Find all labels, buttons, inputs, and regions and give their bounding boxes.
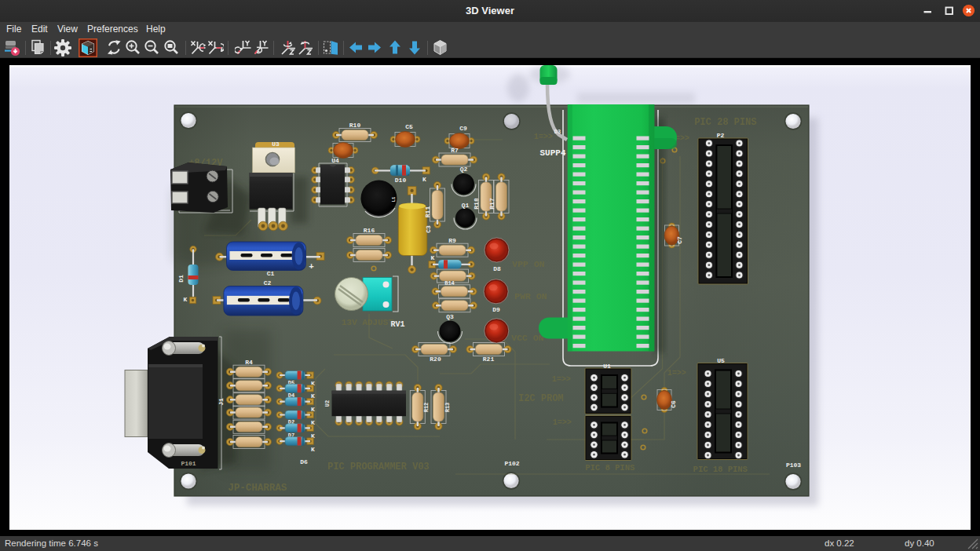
svg-text:R21: R21 bbox=[483, 356, 495, 363]
svg-text:1=>>: 1=>> bbox=[552, 375, 571, 384]
svg-text:D9: D9 bbox=[492, 306, 500, 313]
svg-text:SUPP4: SUPP4 bbox=[539, 148, 565, 158]
svg-text:R7: R7 bbox=[451, 147, 459, 154]
svg-text:+: + bbox=[309, 262, 314, 272]
svg-text:K: K bbox=[431, 254, 435, 261]
svg-text:PIC 28 PINS: PIC 28 PINS bbox=[694, 117, 756, 128]
svg-text:D10: D10 bbox=[395, 177, 407, 184]
svg-text:13V ADJUST: 13V ADJUST bbox=[342, 318, 393, 327]
svg-text:K: K bbox=[422, 176, 426, 183]
svg-text:P103: P103 bbox=[786, 462, 801, 469]
svg-text:R20: R20 bbox=[430, 356, 441, 363]
svg-text:U2: U2 bbox=[324, 400, 331, 407]
svg-text:C3: C3 bbox=[425, 225, 432, 233]
svg-text:B14: B14 bbox=[444, 280, 455, 286]
svg-text:1=>>: 1=>> bbox=[534, 133, 553, 141]
svg-text:K: K bbox=[184, 296, 188, 303]
svg-text:C2: C2 bbox=[264, 279, 272, 286]
svg-text:D8: D8 bbox=[493, 265, 501, 272]
svg-text:K: K bbox=[311, 446, 315, 453]
svg-text:C9: C9 bbox=[459, 125, 467, 132]
svg-text:P102: P102 bbox=[504, 460, 519, 467]
svg-text:1=>>: 1=>> bbox=[667, 369, 686, 378]
svg-text:1=>>: 1=>> bbox=[553, 418, 572, 427]
svg-text:C7: C7 bbox=[676, 236, 683, 244]
svg-text:R12: R12 bbox=[423, 403, 430, 413]
svg-text:R18: R18 bbox=[473, 198, 480, 210]
svg-text:R10: R10 bbox=[349, 122, 361, 129]
svg-text:I2C PROM: I2C PROM bbox=[518, 393, 564, 404]
svg-text:U4: U4 bbox=[331, 157, 339, 164]
svg-text:C5: C5 bbox=[405, 123, 413, 130]
svg-text:R13: R13 bbox=[444, 403, 451, 413]
svg-text:VPP ON: VPP ON bbox=[512, 259, 545, 269]
svg-text:PIC 8 PINS: PIC 8 PINS bbox=[585, 463, 634, 473]
svg-text:Q3: Q3 bbox=[446, 313, 454, 320]
svg-text:C1: C1 bbox=[267, 270, 275, 277]
svg-text:R17: R17 bbox=[488, 198, 495, 210]
svg-text:RV1: RV1 bbox=[390, 320, 404, 329]
svg-text:JP-CHARRAS: JP-CHARRAS bbox=[228, 483, 287, 494]
svg-text:R11: R11 bbox=[424, 206, 431, 218]
svg-text:PIC 18 PINS: PIC 18 PINS bbox=[693, 465, 748, 474]
svg-text:P2: P2 bbox=[717, 132, 725, 139]
svg-text:Q1: Q1 bbox=[462, 202, 470, 209]
svg-text:VCC ON: VCC ON bbox=[511, 333, 544, 343]
svg-text:U5: U5 bbox=[717, 357, 725, 364]
svg-text:PIC PROGRAMMER V03: PIC PROGRAMMER V03 bbox=[327, 462, 430, 473]
svg-text:PWR ON: PWR ON bbox=[514, 291, 547, 301]
svg-text:P101: P101 bbox=[181, 460, 196, 467]
svg-text:R16: R16 bbox=[364, 227, 375, 234]
svg-text:L1: L1 bbox=[391, 196, 397, 202]
svg-text:C6: C6 bbox=[670, 400, 677, 408]
svg-text:D6: D6 bbox=[300, 458, 308, 465]
svg-text:R9: R9 bbox=[448, 237, 456, 244]
svg-text:J1: J1 bbox=[218, 398, 225, 406]
svg-text:D3: D3 bbox=[554, 129, 561, 135]
svg-text:=>>: =>> bbox=[675, 134, 689, 143]
svg-text:U1: U1 bbox=[603, 363, 611, 370]
svg-text:Q2: Q2 bbox=[460, 166, 468, 173]
svg-text:U3: U3 bbox=[272, 140, 280, 148]
svg-text:R4: R4 bbox=[245, 359, 253, 366]
svg-text:D1: D1 bbox=[177, 275, 185, 283]
